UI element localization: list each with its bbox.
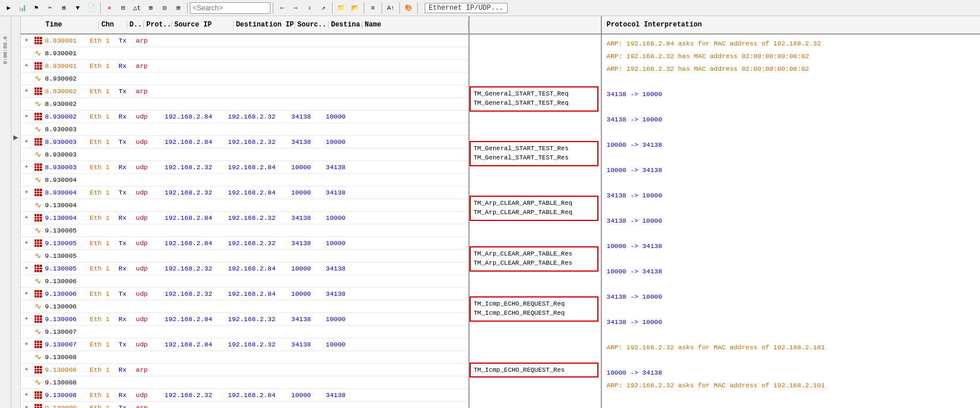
- expand-btn[interactable]: +: [25, 240, 28, 246]
- table-row[interactable]: + 8.930002 Eth 1 Tx arp: [21, 85, 468, 98]
- row-expand[interactable]: +: [21, 313, 32, 326]
- row-expand[interactable]: +: [21, 136, 32, 148]
- toolbar-btn-flag[interactable]: ⚑: [30, 2, 43, 14]
- table-row[interactable]: ∿ 8.930002: [21, 98, 468, 110]
- table-row[interactable]: + 9.130006 Eth 1 Rx udp 192.168.2.84 192…: [21, 313, 468, 326]
- expand-btn[interactable]: +: [25, 63, 28, 69]
- table-row[interactable]: + 9.130007 Eth 1 Tx udp 192.168.2.84 192…: [21, 338, 468, 351]
- row-expand[interactable]: [21, 300, 32, 313]
- row-expand[interactable]: [21, 326, 32, 338]
- row-expand[interactable]: [21, 199, 32, 212]
- toolbar-btn-cut[interactable]: ✂: [44, 2, 56, 14]
- table-row[interactable]: + 9.130005 Eth 1 Tx udp 192.168.2.84 192…: [21, 237, 468, 250]
- table-row[interactable]: ∿ 9.130008: [21, 376, 468, 389]
- row-expand[interactable]: +: [21, 237, 32, 250]
- table-row[interactable]: ∿ 9.130006: [21, 275, 468, 288]
- expand-btn[interactable]: +: [25, 316, 28, 322]
- expand-btn[interactable]: +: [25, 367, 28, 373]
- expand-btn[interactable]: +: [25, 265, 28, 272]
- table-row[interactable]: + 9.130008 Eth 1 Rx arp: [21, 364, 468, 376]
- col-header-dir[interactable]: D...: [127, 21, 144, 29]
- toolbar-btn-nav3[interactable]: ⇩: [303, 2, 316, 14]
- toolbar-btn-lines[interactable]: ≡: [367, 2, 379, 14]
- row-expand[interactable]: [21, 98, 32, 110]
- table-row[interactable]: ∿ 9.130006: [21, 300, 468, 313]
- expand-btn[interactable]: +: [25, 164, 28, 170]
- row-expand[interactable]: [21, 275, 32, 288]
- table-row[interactable]: ∿ 9.130008: [21, 351, 468, 364]
- table-row[interactable]: + 9.130005 Eth 1 Rx udp 192.168.2.32 192…: [21, 262, 468, 275]
- table-row[interactable]: ∿ 9.130007: [21, 326, 468, 338]
- row-expand[interactable]: +: [21, 110, 32, 123]
- col-header-dstip[interactable]: Destination IP: [234, 21, 295, 29]
- table-row[interactable]: + 9.130004 Eth 1 Rx udp 192.168.2.84 192…: [21, 212, 468, 224]
- expand-btn[interactable]: +: [25, 113, 28, 120]
- table-row[interactable]: + 8.930004 Eth 1 Tx udp 192.168.2.32 192…: [21, 186, 468, 199]
- expand-btn[interactable]: +: [25, 392, 28, 398]
- col-header-prot[interactable]: Prot...: [144, 21, 172, 29]
- toolbar-btn-grid3[interactable]: ⊞: [172, 2, 185, 14]
- row-expand[interactable]: +: [21, 288, 32, 300]
- row-expand[interactable]: +: [21, 389, 32, 402]
- col-header-sport[interactable]: Sourc...: [295, 21, 329, 29]
- table-row[interactable]: + 8.930003 Eth 1 Tx udp 192.168.2.84 192…: [21, 136, 468, 148]
- toolbar-btn-grid2[interactable]: ⊡: [158, 2, 171, 14]
- expand-btn[interactable]: +: [25, 189, 28, 196]
- row-expand[interactable]: +: [21, 35, 32, 47]
- table-row[interactable]: ∿ 9.130005: [21, 250, 468, 262]
- table-row[interactable]: ∿ 8.930002: [21, 73, 468, 85]
- row-expand[interactable]: [21, 148, 32, 161]
- table-row[interactable]: + 8.930001 Eth 1 Rx arp: [21, 60, 468, 73]
- table-row[interactable]: ∿ 8.930004: [21, 174, 468, 186]
- row-expand[interactable]: [21, 376, 32, 389]
- col-header-time[interactable]: Time: [43, 21, 99, 29]
- row-expand[interactable]: [21, 123, 32, 136]
- col-header-dport[interactable]: Destina...: [329, 21, 362, 29]
- row-expand[interactable]: [21, 224, 32, 237]
- table-row[interactable]: + 9.130009 Eth 1 Tx arp: [21, 402, 468, 408]
- toolbar-btn-grid[interactable]: ⊞: [144, 2, 157, 14]
- row-expand[interactable]: +: [21, 212, 32, 224]
- expand-btn[interactable]: +: [25, 88, 28, 94]
- row-expand[interactable]: [21, 351, 32, 364]
- table-row[interactable]: + 8.930003 Eth 1 Rx udp 192.168.2.32 192…: [21, 161, 468, 174]
- row-expand[interactable]: +: [21, 364, 32, 376]
- toolbar-btn-stop[interactable]: ✕: [103, 2, 116, 14]
- toolbar-btn-font[interactable]: A↑: [384, 2, 397, 14]
- expand-btn[interactable]: +: [25, 291, 28, 297]
- protocol-dropdown[interactable]: Ethernet IP/UDP...: [425, 3, 508, 13]
- toolbar-btn-copy[interactable]: ⊞: [58, 2, 70, 14]
- toolbar-btn-nav2[interactable]: ⇨: [289, 2, 302, 14]
- table-row[interactable]: ∿ 9.130004: [21, 199, 468, 212]
- row-expand[interactable]: [21, 47, 32, 60]
- row-expand[interactable]: +: [21, 338, 32, 351]
- expand-btn[interactable]: +: [25, 405, 28, 408]
- row-expand[interactable]: [21, 174, 32, 186]
- table-row[interactable]: + 9.130008 Eth 1 Rx udp 192.168.2.32 192…: [21, 389, 468, 402]
- toolbar-btn-color[interactable]: 🎨: [402, 2, 415, 14]
- row-expand[interactable]: +: [21, 85, 32, 98]
- search-input[interactable]: [190, 2, 270, 14]
- expand-btn[interactable]: +: [25, 215, 28, 221]
- toolbar-btn-nav1[interactable]: ⇦: [276, 2, 288, 14]
- col-header-srcip[interactable]: Source IP: [172, 21, 234, 29]
- row-expand[interactable]: +: [21, 60, 32, 73]
- col-header-chn[interactable]: Chn: [99, 21, 127, 29]
- col-header-name[interactable]: Name: [363, 21, 468, 29]
- expand-btn[interactable]: +: [25, 139, 28, 145]
- toolbar-btn-chart[interactable]: 📊: [16, 2, 29, 14]
- table-row[interactable]: + 9.130006 Eth 1 Tx udp 192.168.2.32 192…: [21, 288, 468, 300]
- table-row[interactable]: ∿ 8.930003: [21, 148, 468, 161]
- expand-btn[interactable]: +: [25, 341, 28, 348]
- left-arrow[interactable]: ▶: [13, 132, 18, 142]
- table-row[interactable]: ∿ 9.130005: [21, 224, 468, 237]
- row-expand[interactable]: [21, 73, 32, 85]
- table-row[interactable]: ∿ 8.930001: [21, 47, 468, 60]
- table-row[interactable]: ∿ 8.930003: [21, 123, 468, 136]
- toolbar-btn-arrow[interactable]: ▶: [2, 2, 15, 14]
- row-expand[interactable]: [21, 250, 32, 262]
- row-expand[interactable]: +: [21, 186, 32, 199]
- toolbar-btn-pause[interactable]: ⊟: [117, 2, 129, 14]
- toolbar-btn-file2[interactable]: 📂: [349, 2, 361, 14]
- expand-btn[interactable]: +: [25, 37, 28, 44]
